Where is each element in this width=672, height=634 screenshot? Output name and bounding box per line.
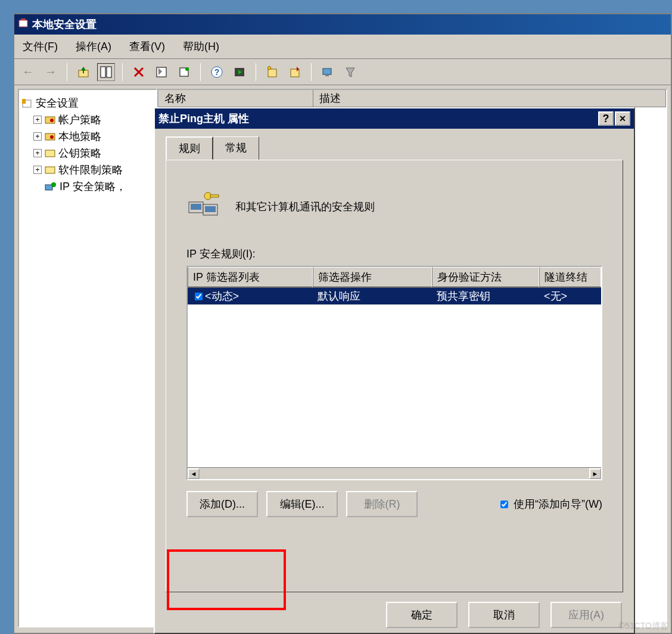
- separator: [200, 63, 201, 81]
- tab-rules[interactable]: 规则: [166, 136, 213, 160]
- tab-strip: 规则 常规: [166, 136, 623, 160]
- expand-icon[interactable]: +: [33, 149, 42, 157]
- expand-icon[interactable]: +: [33, 166, 42, 174]
- cell-auth-method: 预共享密钥: [432, 288, 539, 304]
- computers-icon: [186, 190, 222, 223]
- rules-label: IP 安全规则(I):: [186, 247, 602, 261]
- tree-label: 帐户策略: [58, 113, 101, 127]
- menu-view[interactable]: 查看(V): [129, 39, 165, 54]
- svg-rect-11: [268, 69, 276, 77]
- col-auth-method[interactable]: 身份验证方法: [432, 267, 539, 287]
- dialog-titlebar: 禁止Ping主机 属性 ? ×: [155, 108, 634, 129]
- separator: [256, 63, 256, 81]
- forward-button[interactable]: →: [42, 63, 60, 81]
- tree-label: 本地策略: [58, 129, 101, 144]
- new-policy-icon[interactable]: [263, 63, 281, 81]
- edit-button[interactable]: 编辑(E)...: [266, 491, 338, 517]
- cell-filter-action: 默认响应: [313, 288, 432, 304]
- app-title: 本地安全设置: [32, 17, 97, 32]
- tree-root[interactable]: 安全设置: [21, 96, 154, 110]
- dialog-footer: 确定 取消 应用(A): [155, 597, 634, 633]
- svg-rect-26: [191, 204, 201, 210]
- computer-target-icon[interactable]: [319, 63, 337, 81]
- svg-point-24: [51, 182, 56, 187]
- svg-point-20: [50, 135, 54, 139]
- expand-icon[interactable]: +: [33, 132, 42, 141]
- tree-ipsec[interactable]: IP 安全策略，: [33, 179, 154, 194]
- svg-rect-23: [45, 185, 52, 190]
- tree-pane[interactable]: 安全设置 + 帐户策略 + 本地策略 + 公钥策略 + 软件限制策略: [18, 89, 157, 627]
- svg-rect-4: [107, 67, 111, 77]
- tree-software-restrict[interactable]: + 软件限制策略: [33, 163, 154, 177]
- filter-icon[interactable]: [341, 63, 359, 81]
- horizontal-scrollbar[interactable]: ◄ ►: [188, 467, 601, 479]
- svg-point-7: [185, 67, 189, 71]
- help-icon[interactable]: ?: [208, 63, 226, 81]
- help-button[interactable]: ?: [598, 111, 614, 126]
- scroll-right-icon[interactable]: ►: [589, 468, 601, 479]
- svg-rect-16: [22, 99, 26, 104]
- rule-checkbox[interactable]: [195, 293, 203, 300]
- toolbar: ← → ?: [14, 59, 671, 85]
- assign-icon[interactable]: [286, 63, 304, 81]
- expand-icon[interactable]: +: [33, 116, 42, 124]
- rules-row-selected[interactable]: <动态> 默认响应 预共享密钥 <无>: [188, 288, 601, 304]
- properties-dialog: 禁止Ping主机 属性 ? × 规则 常规: [154, 107, 635, 634]
- separator: [311, 63, 312, 81]
- ok-button[interactable]: 确定: [386, 602, 458, 628]
- properties-icon[interactable]: [153, 63, 170, 81]
- svg-rect-13: [323, 69, 331, 74]
- tree-label: 软件限制策略: [58, 163, 123, 177]
- tree-local[interactable]: + 本地策略: [33, 129, 154, 144]
- svg-rect-0: [19, 20, 27, 27]
- col-filter-list[interactable]: IP 筛选器列表: [188, 267, 313, 287]
- close-button[interactable]: ×: [615, 111, 630, 126]
- cell-filter-list: <动态>: [205, 289, 239, 303]
- rules-listview[interactable]: IP 筛选器列表 筛选器操作 身份验证方法 隧道终结 <动态> 默认响应 预共享…: [186, 266, 602, 480]
- menu-help[interactable]: 帮助(H): [183, 39, 219, 54]
- use-wizard-checkbox[interactable]: [500, 501, 508, 508]
- svg-rect-30: [210, 195, 219, 197]
- play-icon[interactable]: [231, 63, 248, 81]
- tree-label: 公钥策略: [58, 146, 101, 160]
- separator: [122, 63, 123, 81]
- tab-page: 和其它计算机通讯的安全规则 IP 安全规则(I): IP 筛选器列表 筛选器操作…: [166, 160, 623, 592]
- dialog-body: 规则 常规 和其它计算机通讯的安全规则 IP 安全规则(I):: [155, 129, 634, 597]
- back-button[interactable]: ←: [19, 63, 37, 81]
- tree-publickey[interactable]: + 公钥策略: [33, 146, 154, 160]
- up-icon[interactable]: [74, 63, 92, 81]
- svg-rect-22: [45, 167, 55, 173]
- list-header: 名称 描述: [158, 90, 666, 107]
- cancel-button[interactable]: 取消: [468, 602, 540, 628]
- cell-tunnel: <无>: [539, 288, 601, 304]
- app-icon: [18, 18, 29, 32]
- col-tunnel[interactable]: 隧道终结: [539, 267, 601, 287]
- wizard-label: 使用“添加向导”(W): [514, 497, 602, 511]
- tree-label: IP 安全策略，: [60, 179, 126, 194]
- svg-rect-21: [45, 150, 55, 157]
- description-row: 和其它计算机通讯的安全规则: [186, 190, 602, 223]
- svg-rect-1: [21, 18, 26, 20]
- wizard-checkbox-wrap[interactable]: 使用“添加向导”(W): [498, 497, 602, 511]
- rules-header: IP 筛选器列表 筛选器操作 身份验证方法 隧道终结: [188, 267, 601, 288]
- tab-general[interactable]: 常规: [213, 136, 259, 160]
- delete-icon[interactable]: [130, 63, 148, 81]
- col-desc[interactable]: 描述: [313, 90, 666, 107]
- tree-accounts[interactable]: + 帐户策略: [33, 113, 154, 127]
- apply-button[interactable]: 应用(A): [550, 602, 622, 628]
- menu-file[interactable]: 文件(F): [23, 39, 58, 54]
- col-filter-action[interactable]: 筛选器操作: [313, 267, 432, 287]
- add-button[interactable]: 添加(D)...: [186, 491, 258, 517]
- svg-rect-28: [205, 206, 216, 212]
- scroll-left-icon[interactable]: ◄: [188, 468, 200, 479]
- titlebar: 本地安全设置: [14, 14, 671, 35]
- svg-point-18: [50, 119, 54, 122]
- export-icon[interactable]: [175, 63, 193, 81]
- menu-action[interactable]: 操作(A): [76, 39, 111, 54]
- console-tree-icon[interactable]: [97, 63, 115, 81]
- col-name[interactable]: 名称: [158, 90, 313, 107]
- separator: [67, 63, 67, 81]
- menubar: 文件(F) 操作(A) 查看(V) 帮助(H): [14, 35, 671, 59]
- button-row: 添加(D)... 编辑(E)... 删除(R) 使用“添加向导”(W): [186, 491, 602, 517]
- delete-button[interactable]: 删除(R): [346, 491, 418, 517]
